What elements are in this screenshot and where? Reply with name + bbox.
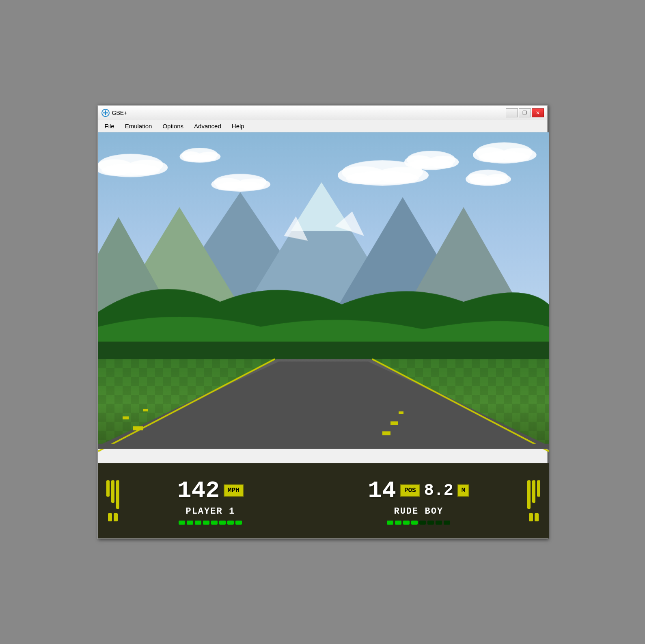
dist-unit: M (457, 484, 470, 497)
hud-dot (411, 521, 418, 525)
hud-dot (419, 521, 426, 525)
speed-display: 142 (177, 478, 220, 504)
app-icon (101, 109, 110, 117)
hud-bar-right-3 (537, 480, 540, 497)
position-display: 14 (368, 478, 396, 504)
hud-dot (187, 521, 193, 525)
menu-emulation[interactable]: Emulation (120, 121, 157, 131)
pos-label: POS (400, 484, 420, 497)
menubar: File Emulation Options Advanced Help (98, 120, 547, 132)
opponent-dots (387, 521, 450, 525)
player-label: PLAYER 1 (186, 506, 235, 516)
hud-dot (403, 521, 410, 525)
window-title: GBE+ (112, 110, 127, 116)
titlebar: GBE+ — ❐ ✕ (98, 106, 547, 120)
restore-button[interactable]: ❐ (519, 108, 531, 117)
minimize-button[interactable]: — (506, 108, 518, 117)
speed-unit: MPH (224, 484, 244, 497)
hud-bar-right-4 (529, 513, 533, 521)
hud-bar-right-1 (527, 480, 531, 509)
hud-dot (195, 521, 201, 525)
menu-file[interactable]: File (100, 121, 119, 131)
hud-bar-left-1 (106, 480, 110, 497)
hud-bar-left-3 (116, 480, 119, 509)
hud-bar-left-4 (108, 513, 112, 521)
hud-dot (211, 521, 218, 525)
hud-dot (444, 521, 450, 525)
hud-dot (235, 521, 242, 525)
hud-dot (436, 521, 442, 525)
hud-dot (219, 521, 226, 525)
player-dots (179, 521, 242, 525)
opponent-label: RUDE BOY (394, 506, 443, 516)
hud-dot (203, 521, 209, 525)
hud-panel: 142 MPH PLAYER 1 14 POS 8.2 M RUDE BO (98, 463, 549, 538)
menu-help[interactable]: Help (227, 121, 249, 131)
main-window: GBE+ — ❐ ✕ File Emulation Options Advanc… (97, 105, 548, 539)
hud-dot (427, 521, 434, 525)
distance-display: 8.2 (424, 482, 453, 500)
menu-options[interactable]: Options (157, 121, 188, 131)
hud-dot (395, 521, 401, 525)
hud-dot (179, 521, 185, 525)
menu-advanced[interactable]: Advanced (189, 121, 226, 131)
titlebar-left: GBE+ (101, 109, 127, 117)
hud-dot (387, 521, 393, 525)
game-viewport: 142 MPH PLAYER 1 14 POS 8.2 M RUDE BO (98, 132, 549, 538)
hud-bar-left-2 (111, 480, 114, 503)
window-controls: — ❐ ✕ (506, 108, 544, 117)
hud-bar-right-2 (532, 480, 535, 503)
close-button[interactable]: ✕ (532, 108, 544, 117)
hud-dot (227, 521, 234, 525)
hud-bar-right-5 (535, 513, 539, 521)
hud-bar-left-5 (114, 513, 118, 521)
